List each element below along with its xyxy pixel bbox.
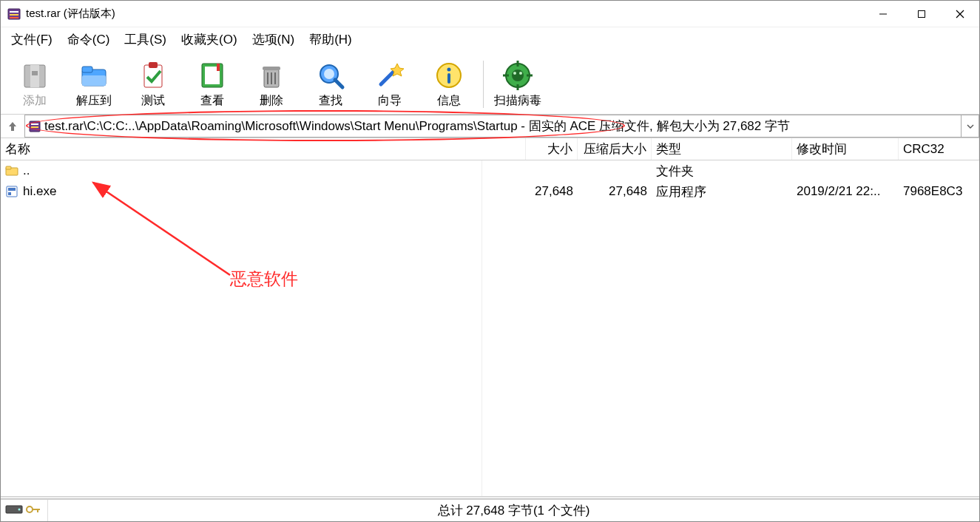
status-icons [1,500,48,521]
svg-point-52 [27,506,33,512]
column-headers: 名称 大小 压缩后大小 类型 修改时间 CRC32 [1,138,979,160]
toolbar-add-label: 添加 [23,93,47,109]
col-size[interactable]: 大小 [526,138,578,160]
menu-file[interactable]: 文件(F) [5,30,58,50]
list-row-file[interactable]: hi.exe 27,648 27,648 应用程序 2019/2/21 22:.… [1,181,979,202]
svg-rect-18 [217,64,220,71]
toolbar-divider [483,61,484,108]
address-dropdown[interactable] [962,115,979,138]
title-bar: test.rar (评估版本) [1,1,979,27]
col-type[interactable]: 类型 [652,138,792,160]
maximize-button[interactable] [902,1,941,27]
svg-rect-46 [8,188,16,191]
svg-rect-10 [32,71,38,75]
close-button[interactable] [941,1,979,27]
status-bar: 总计 27,648 字节(1 个文件) [1,499,979,521]
wizard-wand-icon [374,59,406,92]
svg-line-27 [381,70,396,84]
folder-extract-icon [78,59,110,92]
archive-icon [28,120,41,133]
svg-rect-54 [37,509,38,512]
toolbar-scan-label: 扫描病毒 [494,93,541,109]
toolbar-info[interactable]: 信息 [419,55,479,114]
svg-rect-5 [919,10,925,17]
key-icon [26,504,41,518]
row-file-packed: 27,648 [578,184,652,199]
svg-rect-44 [6,166,11,169]
exe-icon [5,185,18,198]
toolbar-test[interactable]: 测试 [124,55,183,114]
row-file-crc: 7968E8C3 [899,184,979,199]
address-path: test.rar\C:\C:C:..\AppData\Roaming\Micro… [44,118,790,135]
svg-point-39 [519,72,522,75]
svg-point-33 [512,70,524,81]
virus-scan-icon [501,59,534,92]
col-name[interactable]: 名称 [1,138,526,160]
svg-rect-15 [149,62,158,68]
toolbar-extract[interactable]: 解压到 [64,55,124,114]
toolbar-scan[interactable]: 扫描病毒 [488,55,547,114]
svg-line-26 [335,80,342,87]
list-row-parent[interactable]: .. 文件夹 [1,160,979,181]
annotation-label: 恶意软件 [230,268,298,291]
clipboard-check-icon [137,59,169,92]
toolbar-wizard[interactable]: 向导 [360,55,419,114]
menu-bar: 文件(F) 命令(C) 工具(S) 收藏夹(O) 选项(N) 帮助(H) [1,27,979,51]
menu-options[interactable]: 选项(N) [246,30,301,50]
menu-tools[interactable]: 工具(S) [118,30,172,50]
toolbar-find[interactable]: 查找 [301,55,360,114]
row-file-name: hi.exe [23,184,56,199]
row-file-size: 27,648 [526,184,578,199]
col-crc[interactable]: CRC32 [899,138,979,160]
toolbar-find-label: 查找 [319,93,342,109]
row-parent-name: .. [23,163,30,178]
toolbar: 添加 解压到 测试 查看 删除 查找 向导 [1,51,979,115]
status-total: 总计 27,648 字节(1 个文件) [48,502,979,519]
file-list: .. 文件夹 hi.exe 27,648 27,648 应用程序 2019/2/… [1,160,979,496]
svg-rect-14 [144,65,162,87]
svg-rect-2 [10,14,18,16]
svg-rect-41 [31,123,38,125]
info-icon [433,59,465,92]
address-bar: test.rar\C:\C:C:..\AppData\Roaming\Micro… [1,115,979,138]
trash-icon [255,59,288,92]
svg-point-51 [18,508,21,510]
drive-icon [5,504,23,518]
col-packed[interactable]: 压缩后大小 [578,138,652,160]
toolbar-extract-label: 解压到 [76,93,112,109]
toolbar-view[interactable]: 查看 [183,55,242,114]
svg-point-30 [447,68,451,72]
toolbar-delete[interactable]: 删除 [242,55,301,114]
up-button[interactable] [1,115,24,138]
address-field[interactable]: test.rar\C:\C:C:..\AppData\Roaming\Micro… [24,115,962,138]
svg-rect-13 [82,75,106,86]
menu-favorites[interactable]: 收藏夹(O) [175,30,243,50]
menu-commands[interactable]: 命令(C) [61,30,116,50]
toolbar-wizard-label: 向导 [378,93,402,109]
column-divider [481,160,482,496]
toolbar-view-label: 查看 [200,93,224,109]
row-parent-type: 文件夹 [652,163,792,180]
svg-rect-53 [33,509,40,510]
folder-icon [5,164,18,177]
svg-rect-47 [8,192,11,195]
app-icon [7,7,21,21]
menu-help[interactable]: 帮助(H) [303,30,358,50]
search-icon [314,59,347,92]
archive-add-icon [18,59,51,92]
row-file-type: 应用程序 [652,183,792,200]
toolbar-add[interactable]: 添加 [5,55,64,114]
toolbar-delete-label: 删除 [260,93,283,109]
svg-rect-31 [447,73,450,84]
svg-rect-3 [10,17,18,18]
svg-rect-1 [10,11,18,13]
svg-point-25 [324,69,334,79]
window-title: test.rar (评估版本) [26,7,864,21]
toolbar-test-label: 测试 [141,93,165,109]
minimize-button[interactable] [864,1,902,27]
book-icon [196,59,229,92]
svg-rect-9 [30,65,39,87]
svg-rect-42 [31,126,38,128]
col-modified[interactable]: 修改时间 [792,138,899,160]
svg-point-38 [513,72,516,75]
